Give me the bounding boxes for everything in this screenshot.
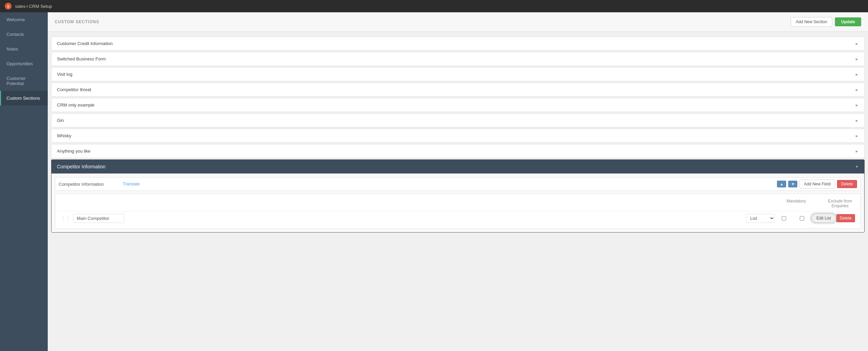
expand-arrow-icon: ► (855, 118, 859, 123)
move-down-button[interactable]: ▼ (788, 181, 797, 187)
field-table: Mandatory Exclude from Enquiries ⋮⋮ Main… (55, 194, 861, 229)
expand-arrow-icon: ► (855, 149, 859, 153)
sections-list: Customer Credit Information ► Switched B… (48, 32, 868, 351)
table-row: ⋮⋮ Main Competitor List Text Number Date… (59, 211, 857, 225)
expand-arrow-icon: ► (855, 88, 859, 92)
move-up-button[interactable]: ▲ (777, 181, 786, 187)
delete-field-button[interactable]: Delete (836, 214, 855, 222)
update-button[interactable]: Update (835, 17, 861, 26)
app-logo: s (5, 3, 12, 10)
drag-handle-icon[interactable]: ⋮⋮ (61, 215, 70, 221)
section-competitor-threat[interactable]: Competitor threat ► (51, 83, 865, 97)
header-actions: Add New Section Update (791, 17, 861, 27)
field-name-cell[interactable]: Main Competitor (73, 214, 124, 223)
expand-arrow-icon: ► (855, 103, 859, 107)
exclude-checkbox[interactable] (800, 216, 804, 221)
sidebar-item-welcome[interactable]: Welcome (0, 12, 48, 27)
expand-arrow-icon: ► (855, 42, 859, 46)
main-layout: Welcome Contacts Notes Opportunities Cus… (0, 12, 868, 351)
field-type-select[interactable]: List Text Number Date (746, 214, 775, 223)
expand-arrow-icon: ► (855, 57, 859, 61)
sidebar-item-contacts[interactable]: Contacts (0, 27, 48, 42)
field-label: Competitor Information (59, 182, 120, 187)
sidebar-item-opportunities[interactable]: Opportunities (0, 56, 48, 71)
field-actions-right: ▲ ▼ Add New Field Delete (777, 180, 857, 188)
translate-link[interactable]: Translate (123, 182, 140, 186)
add-new-field-button[interactable]: Add New Field (799, 180, 835, 188)
section-gin[interactable]: Gin ► (51, 113, 865, 127)
sidebar-item-customer-potential[interactable]: Customer Potential (0, 71, 48, 91)
section-competitor-info[interactable]: Competitor Information ▼ Competitor Info… (51, 159, 865, 233)
sidebar-item-notes[interactable]: Notes (0, 42, 48, 56)
sidebar-item-custom-sections[interactable]: Custom Sections (0, 91, 48, 106)
section-anything[interactable]: Anything you like ► (51, 144, 865, 158)
page-title: CUSTOM SECTIONS (55, 19, 99, 24)
section-visit-log[interactable]: Visit log ► (51, 67, 865, 81)
section-crm-only[interactable]: CRM only example ► (51, 98, 865, 112)
mandatory-checkbox[interactable] (782, 216, 786, 221)
expanded-section-body: Competitor Information Translate ▲ ▼ Add… (52, 173, 864, 232)
app-title: sales-i CRM Setup (15, 4, 52, 9)
table-header: Mandatory Exclude from Enquiries (59, 197, 857, 211)
content-area: CUSTOM SECTIONS Add New Section Update C… (48, 12, 868, 351)
add-new-section-button[interactable]: Add New Section (791, 17, 832, 27)
section-switched-business[interactable]: Switched Business Form ► (51, 52, 865, 66)
edit-list-button[interactable]: Edit List (811, 213, 837, 223)
section-whisky[interactable]: Whisky ► (51, 129, 865, 143)
field-header-row: Competitor Information Translate ▲ ▼ Add… (55, 177, 861, 191)
collapse-arrow-icon: ▼ (855, 165, 859, 169)
sidebar: Welcome Contacts Notes Opportunities Cus… (0, 12, 48, 351)
delete-section-button[interactable]: Delete (837, 180, 857, 188)
expand-arrow-icon: ► (855, 72, 859, 76)
section-customer-credit[interactable]: Customer Credit Information ► (51, 37, 865, 51)
logo-letter: s (7, 4, 9, 8)
expand-arrow-icon: ► (855, 134, 859, 138)
exclude-header: Exclude from Enquiries (826, 199, 854, 208)
mandatory-header: Mandatory (786, 199, 806, 208)
topbar: s sales-i CRM Setup (0, 0, 868, 12)
content-header: CUSTOM SECTIONS Add New Section Update (48, 12, 868, 32)
